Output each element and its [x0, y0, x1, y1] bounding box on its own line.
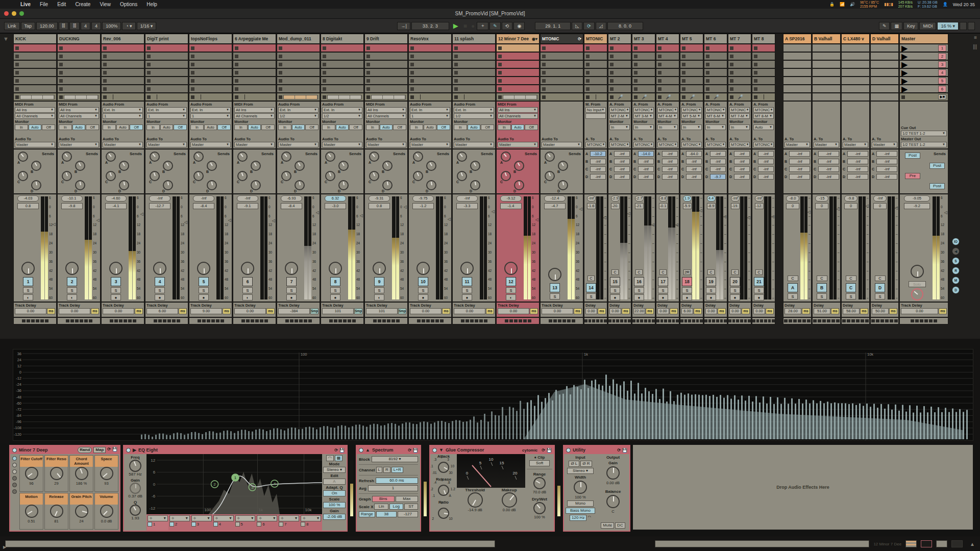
fader-handle[interactable]: ◁ [535, 217, 538, 222]
stop-all-clips-button[interactable]: ▶■ [938, 94, 946, 99]
send-d-value[interactable]: -inf [789, 174, 810, 180]
eq-band-filter-type-select[interactable]: ⟡▾ [257, 515, 277, 521]
peak-level-value[interactable]: -9.75 [412, 195, 434, 202]
peak-level-value[interactable]: -Inf [873, 195, 887, 202]
pan-value[interactable]: C [731, 269, 739, 275]
clip-slot[interactable] [101, 44, 144, 52]
freeze-icon[interactable]: ◉▾ [532, 37, 537, 41]
key-map-button[interactable]: Key [903, 22, 919, 30]
eq-band-filter-type-select[interactable]: ⟡▾ [148, 515, 168, 521]
monitor-auto-button[interactable]: Auto [72, 124, 86, 130]
volume-value[interactable]: -8.9 [707, 203, 716, 209]
send-c-value[interactable]: -inf [847, 166, 868, 172]
clip-slot[interactable] [608, 77, 631, 85]
macro-knob[interactable] [75, 505, 88, 518]
clip-slot[interactable] [57, 60, 101, 68]
spectrum-refresh-value[interactable]: 60.0 ms [376, 478, 418, 484]
menu-create[interactable]: Create [74, 2, 91, 7]
overdub-button[interactable]: ＋ [477, 22, 488, 30]
solo-button[interactable]: S [817, 293, 827, 299]
send-c-value[interactable]: -inf [614, 166, 630, 172]
track-activator[interactable]: 3 [111, 277, 121, 286]
solo-button[interactable]: S [111, 287, 121, 293]
monitor-off-button[interactable]: Off [525, 124, 538, 130]
clip-slot[interactable] [57, 44, 101, 52]
stop-clip-icon[interactable] [682, 95, 685, 99]
macro-value[interactable]: 93 [104, 480, 108, 487]
send-a-value[interactable]: -14.0 [638, 151, 654, 157]
output-select[interactable]: Master▼ [542, 142, 582, 147]
track-delay-value[interactable]: 0.00 [609, 308, 621, 314]
fader-handle[interactable]: ◁ [603, 215, 606, 220]
send-b-knob[interactable] [251, 161, 261, 171]
clip-slot[interactable] [680, 52, 703, 60]
volume-value[interactable]: -9.2 [904, 203, 930, 209]
clip-slot[interactable] [189, 85, 232, 93]
clip-stop-row[interactable]: 🎤 [608, 93, 631, 101]
track-delay-value[interactable]: 0.00 [454, 308, 485, 314]
fader-handle[interactable]: ◁ [228, 218, 231, 222]
send-c-value[interactable]: -inf [590, 166, 606, 172]
clip-slot[interactable] [321, 85, 364, 93]
cue-mode-post-button[interactable]: Post [929, 183, 945, 189]
track-header[interactable]: 11 splash [452, 34, 496, 44]
track-delay-value[interactable]: 0.00 [705, 308, 717, 314]
track-delay-value[interactable]: 0.00 [498, 308, 529, 314]
track-activator[interactable]: B [817, 283, 827, 292]
clip-stop-row[interactable] [13, 93, 57, 101]
stop-clip-icon[interactable] [730, 95, 733, 99]
utility-power-toggle[interactable] [566, 448, 571, 453]
hot-swap-icon[interactable]: ⟳ [334, 448, 338, 453]
fader-handle[interactable]: ◁ [96, 218, 100, 222]
clip-slot[interactable] [656, 77, 679, 85]
track-header[interactable]: KICK [13, 34, 57, 44]
graph-max-button[interactable]: Max [396, 496, 418, 502]
track-delay-unit[interactable]: ms [530, 308, 538, 314]
send-d-value[interactable]: -inf [818, 174, 839, 180]
channel-l-button[interactable]: L [376, 467, 382, 473]
utility-gain-value[interactable]: 0.00 dB [606, 481, 620, 485]
clip-slot[interactable] [101, 68, 144, 77]
eq-band-toggle[interactable] [169, 522, 174, 527]
track-activator[interactable]: 8 [330, 277, 340, 286]
track-header[interactable]: MT 7 [728, 34, 751, 44]
track-header[interactable]: 6 Arpeggiate Me [233, 34, 276, 44]
input-channel-select[interactable]: MT 4-M▼ [657, 113, 678, 119]
volume-value[interactable]: -0.1 [659, 203, 668, 209]
macro-knob[interactable] [75, 467, 88, 480]
utility-dc-filter-toggle[interactable]: DC [615, 522, 625, 529]
pan-knob[interactable] [109, 262, 122, 275]
send-c-value[interactable]: -inf [662, 166, 678, 172]
macro-value[interactable]: 96 [29, 480, 33, 487]
arm-button[interactable]: ● [330, 294, 340, 300]
volume-value[interactable]: -8.4 [193, 203, 215, 209]
stop-clip-icon[interactable] [279, 95, 282, 99]
send-b-knob[interactable] [31, 161, 41, 171]
spectrum-collapse-icon[interactable]: ▲ [365, 447, 370, 453]
return-track-header[interactable]: A SP2016 [783, 34, 812, 44]
clip-slot[interactable] [321, 68, 364, 77]
fader-handle[interactable]: ◁ [448, 217, 451, 221]
clip-slot[interactable] [704, 77, 727, 85]
monitor-in-button[interactable]: In [190, 124, 204, 130]
output-select[interactable]: MTONIC▼ [729, 142, 750, 147]
stop-clip-icon[interactable] [366, 95, 370, 99]
track-delay-unit[interactable]: ms [766, 308, 774, 314]
track-delay-value[interactable]: 28.00 [785, 308, 801, 314]
send-a-value[interactable]: -64.0 [686, 151, 702, 157]
stop-clip-icon[interactable] [235, 95, 238, 99]
clip-stop-row[interactable] [540, 93, 583, 101]
send-c-knob[interactable] [501, 171, 511, 181]
send-a-knob[interactable] [457, 152, 467, 162]
input-channel-select[interactable]: All Channels▼ [234, 113, 275, 119]
arm-button[interactable]: ● [462, 294, 472, 300]
stop-clip-icon[interactable] [498, 95, 502, 99]
input-channel-select[interactable] [585, 113, 606, 119]
clip-slot[interactable] [632, 44, 655, 52]
volume-value[interactable]: -19. [731, 203, 740, 209]
track-header[interactable]: Rev_006 [101, 34, 144, 44]
input-channel-select[interactable]: MT 5-M▼ [681, 113, 702, 119]
stop-clip-icon[interactable] [15, 95, 19, 99]
capture-midi-button[interactable]: ◉ [513, 22, 525, 30]
send-d-knob[interactable] [75, 180, 85, 190]
